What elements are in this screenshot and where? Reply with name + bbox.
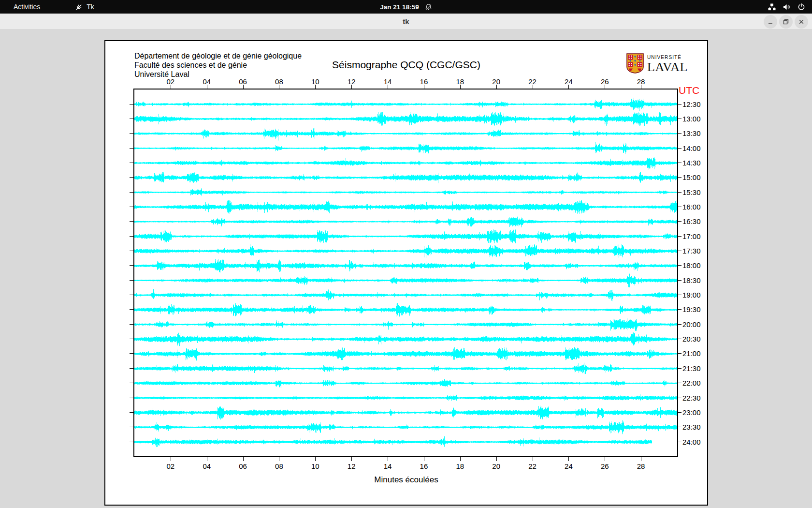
x-tick-mark-top: [496, 85, 497, 89]
x-tick-label-bottom: 06: [236, 462, 250, 470]
trace-tick-right: [678, 221, 682, 222]
x-tick-label-bottom: 22: [525, 462, 540, 470]
power-icon[interactable]: [798, 3, 805, 11]
x-tick-label-bottom: 04: [200, 462, 214, 470]
trace-time-label: 16:00: [682, 203, 701, 211]
trace-tick-left: [130, 324, 133, 325]
volume-icon[interactable]: [783, 3, 791, 11]
trace-tick-right: [678, 427, 682, 427]
trace-tick-right: [678, 295, 682, 295]
trace-tick-right: [678, 104, 682, 105]
trace-time-label: 13:30: [682, 129, 701, 137]
x-tick-mark-top: [279, 85, 279, 89]
x-tick-label-bottom: 16: [417, 462, 431, 470]
trace-tick-left: [130, 398, 133, 398]
trace-tick-right: [678, 163, 682, 163]
trace-tick-right: [678, 207, 682, 207]
x-tick-mark-top: [424, 85, 424, 89]
trace-tick-left: [130, 353, 133, 354]
gnome-top-bar: Activities Tk Jan 21 18:59: [0, 0, 812, 14]
trace-time-label: 18:00: [682, 261, 701, 269]
trace-tick-right: [678, 412, 682, 413]
x-tick-mark-top: [315, 85, 316, 89]
trace-time-label: 23:00: [682, 408, 701, 417]
trace-time-label: 19:30: [682, 305, 701, 314]
x-tick-mark-top: [243, 85, 244, 89]
trace-tick-left: [130, 280, 133, 281]
trace-tick-left: [130, 309, 133, 310]
x-tick-mark-top: [460, 85, 461, 89]
laval-shield-icon: [626, 53, 644, 75]
x-tick-label-bottom: 12: [344, 462, 359, 470]
logo-universite-text: UNIVERSITÉ: [647, 55, 688, 60]
x-tick-label-bottom: 28: [634, 462, 648, 470]
trace-tick-right: [678, 383, 682, 383]
x-tick-label-bottom: 18: [453, 462, 467, 470]
x-tick-mark-bottom: [605, 457, 605, 461]
trace-tick-left: [130, 339, 133, 339]
activities-button[interactable]: Activities: [11, 2, 43, 12]
trace-tick-right: [678, 119, 682, 119]
trace-time-label: 17:30: [682, 247, 701, 255]
minimize-button[interactable]: [764, 15, 777, 29]
trace-time-label: 12:30: [682, 100, 701, 108]
x-tick-mark-top: [533, 85, 533, 89]
x-tick-label-bottom: 10: [308, 462, 322, 470]
trace-tick-left: [130, 163, 133, 163]
trace-tick-right: [678, 148, 682, 149]
x-tick-mark-bottom: [207, 457, 207, 461]
trace-tick-right: [678, 324, 682, 325]
page-title: Séismographe QCQ (CGC/GSC): [105, 59, 707, 71]
x-tick-mark-bottom: [533, 457, 533, 461]
trace-tick-left: [130, 221, 133, 222]
x-tick-mark-bottom: [279, 457, 279, 461]
trace-time-label: 24:00: [682, 438, 701, 446]
trace-time-label: 21:30: [682, 364, 701, 373]
trace-time-label: 23:30: [682, 423, 701, 431]
trace-tick-right: [678, 265, 682, 266]
network-icon[interactable]: [768, 3, 776, 11]
window-titlebar[interactable]: tk: [0, 14, 812, 30]
x-tick-mark-top: [351, 85, 352, 89]
trace-tick-right: [678, 353, 682, 354]
trace-tick-right: [678, 236, 682, 237]
x-tick-label-bottom: 20: [489, 462, 504, 470]
clock[interactable]: Jan 21 18:59: [380, 3, 419, 11]
x-tick-label-bottom: 08: [272, 462, 286, 470]
trace-time-label: 13:00: [682, 115, 701, 123]
tk-feather-icon: [75, 3, 83, 11]
app-menu-label: Tk: [87, 3, 94, 11]
notifications-muted-icon: [425, 3, 432, 11]
trace-time-label: 15:00: [682, 173, 701, 181]
trace-tick-left: [130, 148, 133, 149]
trace-time-label: 14:30: [682, 159, 701, 167]
trace-time-label: 16:30: [682, 217, 701, 225]
x-tick-mark-top: [207, 85, 207, 89]
tk-window-content: Département de géologie et de génie géol…: [0, 30, 812, 508]
utc-axis-label: UTC: [679, 85, 699, 96]
trace-time-label: 22:00: [682, 379, 701, 387]
trace-time-label: 22:30: [682, 394, 701, 402]
x-tick-label-bottom: 14: [380, 462, 395, 470]
x-tick-mark-bottom: [424, 457, 424, 461]
x-tick-mark-bottom: [243, 457, 244, 461]
x-tick-mark-bottom: [568, 457, 569, 461]
window-title: tk: [0, 14, 812, 30]
x-tick-mark-bottom: [315, 457, 316, 461]
trace-tick-right: [678, 368, 682, 369]
trace-time-label: 18:30: [682, 276, 701, 284]
seismograph-canvas-frame: Département de géologie et de génie géol…: [104, 40, 708, 506]
x-tick-label-bottom: 26: [597, 462, 612, 470]
logo-laval-text: LAVAL: [647, 61, 688, 74]
app-menu[interactable]: Tk: [75, 3, 94, 11]
x-tick-mark-bottom: [460, 457, 461, 461]
trace-tick-left: [130, 177, 133, 178]
x-tick-mark-bottom: [641, 457, 641, 461]
laval-logo: UNIVERSITÉ LAVAL: [626, 53, 688, 75]
x-tick-mark-top: [388, 85, 388, 89]
trace-tick-left: [130, 295, 133, 295]
close-button[interactable]: [795, 15, 808, 29]
seismogram-traces-canvas: [134, 90, 677, 456]
restore-button[interactable]: [779, 15, 793, 29]
trace-tick-right: [678, 177, 682, 178]
